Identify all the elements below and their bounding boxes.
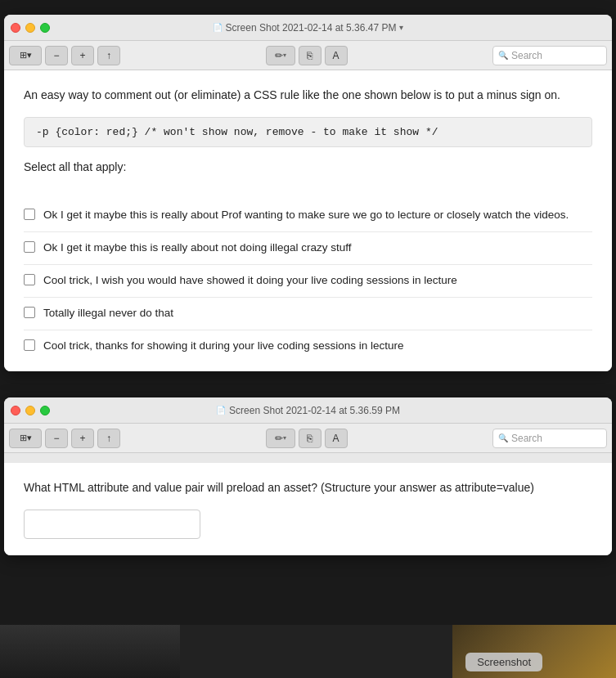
pencil-icon-bottom: ✏: [275, 433, 283, 444]
intro-text: An easy way to comment out (or eliminate…: [24, 87, 592, 104]
gray-band: [4, 453, 612, 463]
search-icon-bottom: 🔍: [498, 433, 508, 442]
checkbox-2[interactable]: [24, 274, 35, 285]
minimize-button[interactable]: [25, 23, 35, 33]
close-button[interactable]: [11, 23, 20, 33]
pencil-icon: ✏: [275, 50, 283, 61]
list-item[interactable]: Ok I get it maybe this is really about n…: [24, 232, 592, 265]
bottom-background: Screenshot: [0, 625, 616, 678]
option-label-0: Ok I get it maybe this is really about P…: [43, 208, 569, 223]
nav-button-bottom[interactable]: ⊞▾: [9, 429, 42, 448]
search-icon-top: 🔍: [498, 51, 508, 60]
traffic-lights-bottom: [11, 406, 50, 415]
option-label-2: Cool trick, I wish you would have showed…: [43, 273, 457, 289]
minimize-button-bottom[interactable]: [25, 406, 35, 415]
pencil-button-top[interactable]: ✏ ▾: [266, 46, 295, 65]
zoom-in-button-bottom[interactable]: +: [71, 429, 94, 448]
document-icon-bottom: 📄: [216, 406, 226, 415]
option-label-4: Cool trick, thanks for showing it during…: [43, 339, 403, 354]
bg-center: [180, 625, 452, 678]
person-button-top[interactable]: A: [325, 46, 348, 65]
toolbar-bottom: ⊞▾ − + ↑ ✏ ▾ ⎘ A 🔍 Search: [4, 424, 612, 453]
zoom-out-button-top[interactable]: −: [45, 46, 68, 65]
content-top: An easy way to comment out (or eliminate…: [4, 70, 612, 200]
checkbox-list: Ok I get it maybe this is really about P…: [4, 200, 612, 371]
maximize-button-bottom[interactable]: [40, 406, 50, 415]
bg-left: [0, 625, 180, 678]
zoom-out-button-bottom[interactable]: −: [45, 429, 68, 448]
list-item[interactable]: Cool trick, I wish you would have showed…: [24, 265, 592, 298]
checkbox-0[interactable]: [24, 209, 35, 220]
window-title-top: 📄 Screen Shot 2021-02-14 at 5.36.47 PM ▾: [213, 22, 404, 34]
list-item[interactable]: Ok I get it maybe this is really about P…: [24, 200, 592, 232]
pencil-chevron-icon-bottom: ▾: [283, 434, 286, 442]
chevron-down-icon: ▾: [399, 23, 403, 32]
window-title-bottom: 📄 Screen Shot 2021-02-14 at 5.36.59 PM: [216, 405, 400, 416]
maximize-button[interactable]: [40, 23, 50, 33]
window-top: 📄 Screen Shot 2021-02-14 at 5.36.47 PM ▾…: [4, 15, 612, 371]
screenshot-badge[interactable]: Screenshot: [465, 653, 542, 671]
close-button-bottom[interactable]: [11, 406, 20, 415]
checkbox-3[interactable]: [24, 307, 35, 318]
search-box-bottom[interactable]: 🔍 Search: [492, 429, 607, 448]
pencil-chevron-icon: ▾: [283, 52, 286, 59]
checkbox-4[interactable]: [24, 339, 35, 351]
stamp-button-top[interactable]: ⎘: [299, 46, 321, 65]
window-bottom: 📄 Screen Shot 2021-02-14 at 5.36.59 PM ⊞…: [4, 397, 612, 555]
titlebar-top: 📄 Screen Shot 2021-02-14 at 5.36.47 PM ▾: [4, 15, 612, 41]
select-label: Select all that apply:: [24, 160, 592, 173]
pencil-button-bottom[interactable]: ✏ ▾: [266, 429, 295, 448]
code-block: -p {color: red;} /* won't show now, remo…: [24, 117, 592, 147]
share-button-top[interactable]: ↑: [97, 46, 120, 65]
titlebar-bottom: 📄 Screen Shot 2021-02-14 at 5.36.59 PM: [4, 397, 612, 424]
zoom-in-button-top[interactable]: +: [71, 46, 94, 65]
list-item[interactable]: Totally illegal never do that: [24, 298, 592, 330]
nav-button-top[interactable]: ⊞▾: [9, 46, 42, 65]
toolbar-top: ⊞▾ − + ↑ ✏ ▾ ⎘ A 🔍 Search: [4, 41, 612, 70]
share-button-bottom[interactable]: ↑: [97, 429, 120, 448]
search-box-top[interactable]: 🔍 Search: [492, 46, 607, 65]
stamp-button-bottom[interactable]: ⎘: [299, 429, 321, 448]
answer-input[interactable]: [24, 510, 200, 539]
option-label-3: Totally illegal never do that: [43, 306, 173, 321]
document-icon: 📄: [213, 23, 223, 32]
checkbox-1[interactable]: [24, 241, 35, 253]
bottom-question-text: What HTML attribute and value pair will …: [24, 479, 592, 496]
person-button-bottom[interactable]: A: [325, 429, 348, 448]
option-label-1: Ok I get it maybe this is really about n…: [43, 240, 351, 256]
list-item[interactable]: Cool trick, thanks for showing it during…: [24, 330, 592, 362]
content-bottom: What HTML attribute and value pair will …: [4, 463, 612, 555]
traffic-lights-top: [11, 23, 50, 33]
